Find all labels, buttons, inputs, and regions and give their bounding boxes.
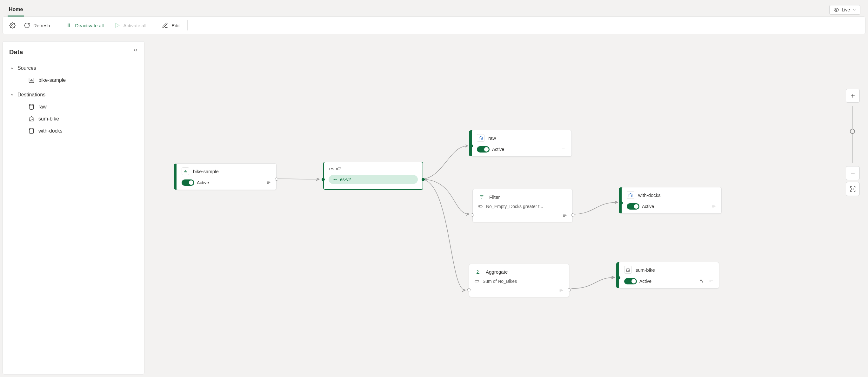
input-port[interactable] [620, 201, 623, 205]
node-es-v2[interactable]: es-v2 es-v2 [323, 162, 423, 190]
destination-item-label: with-docks [38, 128, 63, 134]
output-port[interactable] [275, 178, 278, 181]
database-icon [28, 104, 35, 110]
fit-view-button[interactable] [846, 182, 860, 196]
refresh-button[interactable]: Refresh [19, 20, 55, 31]
aggregate-detail: Sum of No_Bikes [483, 279, 517, 284]
plus-icon [849, 93, 856, 99]
node-menu-button[interactable] [561, 146, 566, 152]
node-bike-sample[interactable]: bike-sample Active [176, 163, 277, 190]
field-icon [474, 279, 479, 284]
node-stripe [469, 130, 472, 156]
lakehouse-icon [28, 116, 35, 122]
node-title: sum-bike [636, 267, 655, 273]
edit-icon [162, 22, 168, 29]
node-sum-bike[interactable]: sum-bike Active [619, 262, 719, 288]
node-aggregate[interactable]: Aggregate Sum of No_Bikes [469, 264, 569, 297]
node-menu-button[interactable] [266, 180, 271, 186]
source-item-bike-sample[interactable]: bike-sample [7, 74, 140, 86]
svg-rect-44 [852, 188, 854, 190]
node-title: bike-sample [193, 169, 219, 174]
svg-point-0 [836, 9, 837, 11]
node-with-docks[interactable]: with-docks Active [621, 187, 722, 214]
gear-icon [9, 22, 16, 29]
input-port[interactable] [617, 276, 620, 279]
canvas-tools [846, 89, 860, 196]
status-label: Active [640, 279, 651, 284]
destination-item-raw[interactable]: raw [7, 101, 140, 113]
sources-label: Sources [18, 65, 36, 71]
node-raw[interactable]: raw Active [471, 130, 572, 157]
tab-home[interactable]: Home [8, 3, 24, 16]
input-port[interactable] [321, 178, 325, 181]
chevron-double-left-icon [133, 47, 138, 53]
node-menu-button[interactable] [559, 287, 564, 294]
toggle-active[interactable] [477, 146, 490, 152]
node-filter[interactable]: Filter No_Empty_Docks greater t... [472, 189, 573, 222]
toggle-active[interactable] [182, 179, 194, 186]
node-title: raw [488, 135, 496, 141]
activate-all-button[interactable]: Activate all [110, 20, 151, 31]
refresh-label: Refresh [33, 23, 50, 28]
destination-item-with-docks[interactable]: with-docks [7, 125, 140, 137]
node-menu-button[interactable] [711, 204, 716, 210]
destinations-group-header[interactable]: Destinations [7, 89, 140, 101]
destination-item-label: raw [38, 104, 47, 110]
output-port[interactable] [422, 178, 425, 181]
play-icon [114, 22, 120, 29]
destination-item-label: sum-bike [38, 116, 59, 122]
zoom-in-button[interactable] [846, 89, 860, 103]
live-mode-button[interactable]: Live [829, 5, 860, 14]
eventhouse-icon [627, 191, 634, 199]
node-stripe [619, 187, 622, 213]
eye-icon [833, 7, 839, 13]
collapse-side-panel-button[interactable] [133, 47, 138, 54]
deactivate-all-label: Deactivate all [75, 23, 104, 28]
toolbar: Refresh Deactivate all Activate all Edit [3, 16, 865, 34]
sources-group-header[interactable]: Sources [7, 62, 140, 74]
edit-label: Edit [172, 23, 180, 28]
output-port[interactable] [568, 288, 571, 292]
zoom-slider[interactable] [852, 106, 853, 163]
deactivate-all-button[interactable]: Deactivate all [61, 20, 108, 31]
zoom-slider-handle[interactable] [850, 129, 855, 134]
bar-chart-icon [182, 167, 189, 175]
zoom-out-button[interactable] [846, 166, 860, 180]
bar-chart-icon [28, 77, 35, 83]
node-stripe [616, 262, 619, 288]
pill-label: es-v2 [340, 177, 351, 182]
svg-point-1 [12, 25, 13, 26]
node-title: Filter [489, 194, 500, 200]
input-port[interactable] [467, 288, 470, 292]
edit-button[interactable]: Edit [157, 20, 184, 31]
settings-button[interactable] [7, 20, 18, 31]
node-menu-button[interactable] [562, 213, 567, 219]
status-label: Active [492, 147, 504, 152]
output-port[interactable] [571, 213, 574, 216]
toggle-active[interactable] [627, 203, 640, 210]
refresh-icon [24, 22, 30, 29]
node-title: Aggregate [486, 269, 508, 275]
eventhouse-icon [477, 134, 485, 142]
stream-icon [333, 177, 338, 182]
lakehouse-icon [624, 266, 632, 274]
node-title: es-v2 [329, 166, 341, 171]
node-title: with-docks [638, 193, 661, 198]
input-port[interactable] [471, 213, 474, 216]
sparkle-button[interactable] [699, 278, 704, 284]
stream-pill[interactable]: es-v2 [329, 175, 418, 184]
svg-point-9 [29, 104, 33, 106]
node-stripe [174, 164, 177, 190]
destination-item-sum-bike[interactable]: sum-bike [7, 113, 140, 125]
status-label: Active [642, 204, 654, 209]
pause-icon [66, 22, 72, 29]
input-port[interactable] [470, 144, 473, 147]
activate-all-label: Activate all [124, 23, 147, 28]
fit-icon [849, 186, 856, 192]
toggle-active[interactable] [624, 278, 637, 284]
svg-rect-29 [475, 280, 479, 282]
filter-detail: No_Empty_Docks greater t... [486, 204, 543, 209]
canvas[interactable]: bike-sample Active es-v2 es-v2 [145, 41, 865, 374]
node-menu-button[interactable] [709, 278, 714, 284]
chevron-down-icon [10, 93, 14, 97]
